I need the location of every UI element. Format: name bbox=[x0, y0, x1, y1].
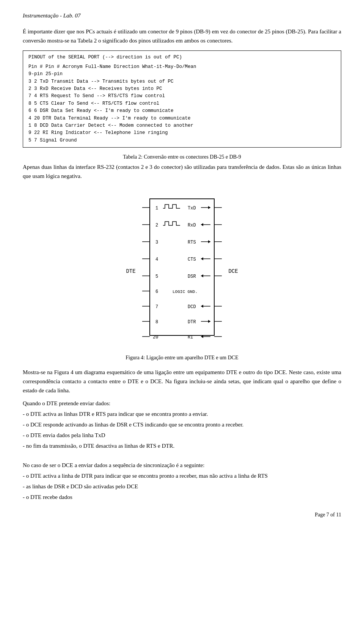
dte-bullet-list: - o DTE activa as linhas DTR e RTS para … bbox=[23, 409, 341, 450]
table-header-line3: 9-pin 25-pin bbox=[28, 71, 336, 78]
page-header: Instrumentação - Lab. 07 bbox=[23, 11, 341, 20]
svg-text:DSR: DSR bbox=[188, 274, 196, 279]
table-header-line2: Pin # Pin # Acronym Full-Name Direction … bbox=[28, 63, 336, 71]
pinout-table: PINOUT of the SERIAL PORT (--> direction… bbox=[23, 50, 341, 148]
table-header-line1: PINOUT of the SERIAL PORT (--> direction… bbox=[28, 54, 336, 61]
dce-bullet-2: - as linhas de DSR e DCD são activadas p… bbox=[23, 482, 341, 491]
svg-text:DCD: DCD bbox=[188, 304, 196, 310]
dce-bullet-3: - o DTE recebe dados bbox=[23, 493, 341, 502]
svg-text:7: 7 bbox=[155, 304, 158, 310]
table-row: 7 4 RTS Request To Send --> RTS/CTS flow… bbox=[28, 93, 336, 100]
svg-marker-32 bbox=[208, 320, 210, 323]
svg-marker-6 bbox=[208, 206, 210, 209]
figure-caption: Figura 4: Ligação entre um aparelho DTE … bbox=[126, 354, 238, 362]
svg-marker-14 bbox=[208, 240, 210, 243]
paragraph-3: Mostra-se na Figura 4 um diagrama esquem… bbox=[23, 368, 341, 395]
section-dce-heading: No caso de ser o DCE a enviar dados a se… bbox=[23, 461, 341, 470]
dte-bullet-3: - o DTE envia dados pela linha TxD bbox=[23, 431, 341, 440]
dce-bullet-list: - o DTE activa a linha de DTR para indic… bbox=[23, 471, 341, 502]
table-row: 5 7 Signal Ground bbox=[28, 137, 336, 144]
table-row: 8 5 CTS Clear To Send <-- RTS/CTS flow c… bbox=[28, 100, 336, 107]
figure-container: DTE DCE 1 TxD 2 RxD 3 RTS bbox=[23, 187, 341, 365]
dte-bullet-2: - o DCE responde activando as linhas de … bbox=[23, 420, 341, 429]
table-row: 6 6 DSR Data Set Ready <-- I'm ready to … bbox=[28, 107, 336, 115]
svg-text:RxD: RxD bbox=[188, 223, 196, 228]
svg-marker-22 bbox=[201, 274, 203, 277]
table-row: 2 3 RxD Receive Data <-- Receives bytes … bbox=[28, 85, 336, 93]
paragraph-1: É importante dizer que nos PCs actuais é… bbox=[23, 27, 341, 45]
svg-text:4: 4 bbox=[155, 257, 158, 262]
svg-marker-28 bbox=[201, 305, 203, 308]
svg-text:CTS: CTS bbox=[188, 257, 196, 262]
dte-bullet-4: - no fim da transmissão, o DTE desactiva… bbox=[23, 441, 341, 450]
svg-text:DTE: DTE bbox=[126, 268, 135, 274]
table-rows: 3 2 TxD Transmit Data --> Transmits byte… bbox=[28, 78, 336, 144]
svg-text:8: 8 bbox=[155, 319, 158, 325]
svg-text:RI: RI bbox=[188, 335, 193, 340]
svg-text:LOGIC GND.: LOGIC GND. bbox=[173, 290, 198, 294]
svg-text:3: 3 bbox=[155, 240, 158, 245]
svg-text:20: 20 bbox=[153, 335, 158, 340]
table-row: 4 20 DTR Data Terminal Ready --> I'm rea… bbox=[28, 115, 336, 122]
svg-text:6: 6 bbox=[155, 289, 158, 294]
page-footer: Page 7 of 11 bbox=[23, 511, 341, 519]
svg-text:DTR: DTR bbox=[188, 319, 196, 325]
section-dte-heading: Quando o DTE pretende enviar dados: bbox=[23, 399, 341, 408]
table-caption: Tabela 2: Conversão entre os conectores … bbox=[23, 153, 341, 161]
svg-text:5: 5 bbox=[155, 274, 158, 279]
svg-text:RTS: RTS bbox=[188, 240, 196, 245]
svg-text:2: 2 bbox=[155, 223, 158, 228]
dte-bullet-1: - o DTE activa as linhas DTR e RTS para … bbox=[23, 409, 341, 419]
dte-dce-svg: DTE DCE 1 TxD 2 RxD 3 RTS bbox=[110, 187, 254, 351]
dte-dce-diagram: DTE DCE 1 TxD 2 RxD 3 RTS bbox=[110, 187, 254, 351]
svg-text:1: 1 bbox=[155, 206, 158, 211]
svg-text:TxD: TxD bbox=[188, 206, 196, 211]
svg-marker-10 bbox=[201, 223, 203, 226]
table-row: 3 2 TxD Transmit Data --> Transmits byte… bbox=[28, 78, 336, 85]
table-row: 1 8 DCD Data Carrier Detect <-- Modem co… bbox=[28, 122, 336, 129]
dce-bullet-1: - o DTE activa a linha de DTR para indic… bbox=[23, 471, 341, 480]
paragraph-2: Apenas duas linhas da interface RS-232 (… bbox=[23, 162, 341, 181]
svg-marker-18 bbox=[201, 257, 203, 260]
svg-text:DCE: DCE bbox=[228, 268, 238, 274]
svg-rect-0 bbox=[150, 199, 214, 335]
table-row: 9 22 RI Ring Indicator <-- Telephone lin… bbox=[28, 129, 336, 137]
